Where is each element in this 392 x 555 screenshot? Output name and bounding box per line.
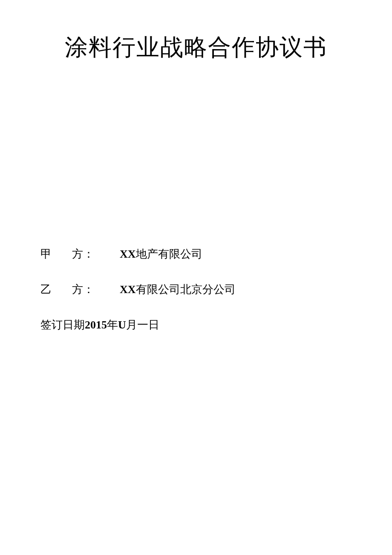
party-b-row: 乙 方 ： XX有限公司北京分公司 [40,282,352,297]
date-label: 签订日期 [40,319,85,331]
party-b-suffix: 有限公司北京分公司 [136,283,236,296]
party-b-prefix: XX [120,283,136,296]
party-a-value: XX地产有限公司 [120,247,202,262]
party-a-prefix: XX [120,248,136,260]
date-month: U [118,319,126,331]
party-b-label-colon: ： [83,282,94,297]
party-b-label-char2: 方 [72,282,83,297]
party-b-label-char1: 乙 [40,282,52,297]
party-a-row: 甲 方 ： XX地产有限公司 [40,247,352,262]
document-title: 涂料行业战略合作协议书 [40,32,352,63]
date-month-suffix: 月一日 [126,319,159,331]
party-a-label-char2: 方 [72,247,83,262]
date-year-suffix: 年 [107,319,118,331]
party-a-suffix: 地产有限公司 [136,248,202,260]
document-page: 涂料行业战略合作协议书 甲 方 ： XX地产有限公司 乙 方 ： XX有限公司北… [0,0,392,332]
party-a-label-char1: 甲 [40,247,52,262]
signing-date-row: 签订日期2015年U月一日 [40,317,352,332]
party-a-label-colon: ： [83,247,94,262]
party-b-value: XX有限公司北京分公司 [120,282,236,297]
date-year: 2015 [85,319,107,331]
